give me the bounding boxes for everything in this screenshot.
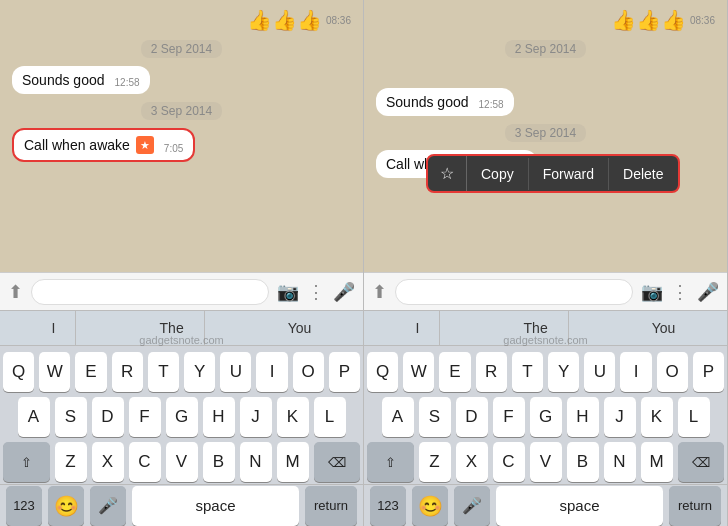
key-p-left[interactable]: P bbox=[329, 352, 360, 392]
key-shift-left[interactable]: ⇧ bbox=[3, 442, 50, 482]
context-menu-star[interactable]: ☆ bbox=[428, 156, 467, 191]
star-badge-left: ★ bbox=[136, 136, 154, 154]
dots-icon-right[interactable]: ⋮ bbox=[671, 281, 689, 303]
message-input-left[interactable] bbox=[31, 279, 269, 305]
dots-icon-left[interactable]: ⋮ bbox=[307, 281, 325, 303]
key-return-left[interactable]: return bbox=[305, 486, 357, 526]
key-d-left[interactable]: D bbox=[92, 397, 124, 437]
key-o-right[interactable]: O bbox=[657, 352, 688, 392]
input-toolbar-left: ⬆ 📷 ⋮ 🎤 bbox=[0, 272, 363, 310]
context-menu-forward[interactable]: Forward bbox=[529, 158, 609, 190]
key-mic-left[interactable]: 🎤 bbox=[90, 486, 126, 526]
key-delete-right[interactable]: ⌫ bbox=[678, 442, 725, 482]
key-s-left[interactable]: S bbox=[55, 397, 87, 437]
key-shift-right[interactable]: ⇧ bbox=[367, 442, 414, 482]
bubble-time-left-2: 7:05 bbox=[164, 143, 183, 154]
camera-icon-right[interactable]: 📷 bbox=[641, 281, 663, 303]
key-a-left[interactable]: A bbox=[18, 397, 50, 437]
autocomplete-you-left[interactable]: You bbox=[268, 311, 332, 345]
key-space-left[interactable]: space bbox=[132, 486, 299, 526]
key-return-right[interactable]: return bbox=[669, 486, 721, 526]
key-k-right[interactable]: K bbox=[641, 397, 673, 437]
key-c-left[interactable]: C bbox=[129, 442, 161, 482]
key-i-left[interactable]: I bbox=[256, 352, 287, 392]
key-m-right[interactable]: M bbox=[641, 442, 673, 482]
mic-icon-right[interactable]: 🎤 bbox=[697, 281, 719, 303]
key-t-right[interactable]: T bbox=[512, 352, 543, 392]
key-t-left[interactable]: T bbox=[148, 352, 179, 392]
camera-icon-left[interactable]: 📷 bbox=[277, 281, 299, 303]
autocomplete-bar-left: I The You bbox=[0, 310, 363, 346]
key-g-right[interactable]: G bbox=[530, 397, 562, 437]
key-q-right[interactable]: Q bbox=[367, 352, 398, 392]
bubble-sounds-good-left: Sounds good 12:58 bbox=[12, 66, 351, 94]
key-r-right[interactable]: R bbox=[476, 352, 507, 392]
key-123-right[interactable]: 123 bbox=[370, 486, 406, 526]
key-m-left[interactable]: M bbox=[277, 442, 309, 482]
key-h-right[interactable]: H bbox=[567, 397, 599, 437]
message-input-right[interactable] bbox=[395, 279, 633, 305]
key-j-right[interactable]: J bbox=[604, 397, 636, 437]
key-space-right[interactable]: space bbox=[496, 486, 663, 526]
autocomplete-bar-right: I The You bbox=[364, 310, 727, 346]
key-a-right[interactable]: A bbox=[382, 397, 414, 437]
bubble-text-right-1: Sounds good bbox=[386, 94, 469, 110]
key-e-left[interactable]: E bbox=[75, 352, 106, 392]
key-w-left[interactable]: W bbox=[39, 352, 70, 392]
key-123-left[interactable]: 123 bbox=[6, 486, 42, 526]
autocomplete-i-right[interactable]: I bbox=[396, 311, 441, 345]
autocomplete-i-left[interactable]: I bbox=[32, 311, 77, 345]
upload-icon-right[interactable]: ⬆ bbox=[372, 281, 387, 303]
key-y-right[interactable]: Y bbox=[548, 352, 579, 392]
key-q-left[interactable]: Q bbox=[3, 352, 34, 392]
key-n-right[interactable]: N bbox=[604, 442, 636, 482]
key-i-right[interactable]: I bbox=[620, 352, 651, 392]
key-emoji-right[interactable]: 😊 bbox=[412, 486, 448, 526]
key-v-left[interactable]: V bbox=[166, 442, 198, 482]
thumbs-up-left: 👍👍👍 bbox=[247, 8, 322, 32]
context-menu-copy[interactable]: Copy bbox=[467, 158, 529, 190]
context-menu[interactable]: ☆ Copy Forward Delete bbox=[426, 154, 680, 193]
key-f-right[interactable]: F bbox=[493, 397, 525, 437]
key-e-right[interactable]: E bbox=[439, 352, 470, 392]
key-emoji-left[interactable]: 😊 bbox=[48, 486, 84, 526]
thumbs-time-right: 08:36 bbox=[690, 15, 715, 26]
mic-icon-left[interactable]: 🎤 bbox=[333, 281, 355, 303]
key-y-left[interactable]: Y bbox=[184, 352, 215, 392]
key-u-left[interactable]: U bbox=[220, 352, 251, 392]
key-b-left[interactable]: B bbox=[203, 442, 235, 482]
key-row-2-right: A S D F G H J K L bbox=[367, 397, 724, 437]
key-k-left[interactable]: K bbox=[277, 397, 309, 437]
key-p-right[interactable]: P bbox=[693, 352, 724, 392]
key-g-left[interactable]: G bbox=[166, 397, 198, 437]
key-l-left[interactable]: L bbox=[314, 397, 346, 437]
key-f-left[interactable]: F bbox=[129, 397, 161, 437]
key-mic-right[interactable]: 🎤 bbox=[454, 486, 490, 526]
key-u-right[interactable]: U bbox=[584, 352, 615, 392]
key-w-right[interactable]: W bbox=[403, 352, 434, 392]
key-row-1-right: Q W E R T Y U I O P bbox=[367, 352, 724, 392]
key-z-right[interactable]: Z bbox=[419, 442, 451, 482]
autocomplete-the-right[interactable]: The bbox=[504, 311, 569, 345]
key-z-left[interactable]: Z bbox=[55, 442, 87, 482]
key-o-left[interactable]: O bbox=[293, 352, 324, 392]
keyboard-right: Q W E R T Y U I O P A S D F G H J K L ⇧ … bbox=[364, 346, 727, 484]
key-x-left[interactable]: X bbox=[92, 442, 124, 482]
autocomplete-you-right[interactable]: You bbox=[632, 311, 696, 345]
key-b-right[interactable]: B bbox=[567, 442, 599, 482]
key-v-right[interactable]: V bbox=[530, 442, 562, 482]
key-n-left[interactable]: N bbox=[240, 442, 272, 482]
key-j-left[interactable]: J bbox=[240, 397, 272, 437]
key-h-left[interactable]: H bbox=[203, 397, 235, 437]
key-r-left[interactable]: R bbox=[112, 352, 143, 392]
upload-icon-left[interactable]: ⬆ bbox=[8, 281, 23, 303]
key-c-right[interactable]: C bbox=[493, 442, 525, 482]
autocomplete-the-left[interactable]: The bbox=[140, 311, 205, 345]
key-l-right[interactable]: L bbox=[678, 397, 710, 437]
key-s-right[interactable]: S bbox=[419, 397, 451, 437]
context-menu-delete[interactable]: Delete bbox=[609, 158, 677, 190]
bubble-time-left-1: 12:58 bbox=[115, 77, 140, 88]
key-d-right[interactable]: D bbox=[456, 397, 488, 437]
key-delete-left[interactable]: ⌫ bbox=[314, 442, 361, 482]
key-x-right[interactable]: X bbox=[456, 442, 488, 482]
